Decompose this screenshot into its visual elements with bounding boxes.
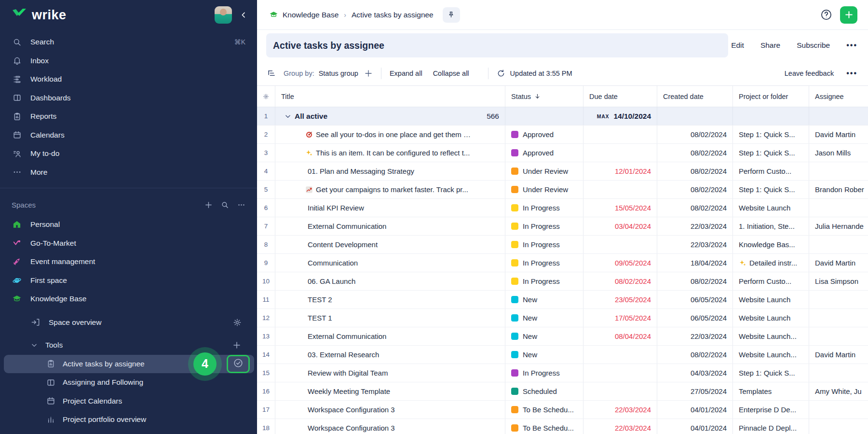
due-date-cell[interactable] xyxy=(583,346,657,364)
created-date-cell[interactable]: 08/02/2024 xyxy=(657,126,733,143)
created-date-cell[interactable]: 22/03/2024 xyxy=(657,217,733,235)
status-cell[interactable]: In Progress xyxy=(505,199,583,217)
status-cell[interactable]: To Be Schedu... xyxy=(505,419,583,434)
due-date-cell[interactable]: 15/05/2024 xyxy=(583,199,657,217)
group-row-all-active[interactable]: 1 All active 566 MAX 14/10/2024 xyxy=(257,107,868,126)
due-date-cell[interactable]: 08/02/2024 xyxy=(583,272,657,290)
created-date-cell[interactable]: 04/01/2024 xyxy=(657,419,733,434)
created-date-cell[interactable]: 08/02/2024 xyxy=(657,162,733,180)
task-row[interactable]: 17 Workspace Configuration 3 To Be Sched… xyxy=(257,401,868,419)
sidebar-item-dashboards[interactable]: Dashboards xyxy=(0,89,257,108)
created-date-cell[interactable]: 22/03/2024 xyxy=(657,327,733,345)
created-date-cell[interactable]: 18/04/2024 xyxy=(657,254,733,272)
created-date-cell[interactable]: 08/02/2024 xyxy=(657,272,733,290)
assignee-cell[interactable] xyxy=(809,364,868,382)
project-cell[interactable]: Step 1: Quick S... xyxy=(733,181,809,198)
sidebar-space-go-to-market[interactable]: Go-To-Market xyxy=(0,234,257,253)
task-title-cell[interactable]: Weekly Meeting Template xyxy=(275,382,505,400)
column-header-assignee[interactable]: Assignee xyxy=(809,86,868,107)
created-date-cell[interactable]: 06/05/2024 xyxy=(657,309,733,327)
assignee-cell[interactable] xyxy=(809,419,868,434)
status-cell[interactable]: New xyxy=(505,327,583,345)
project-cell[interactable]: 1. Initiation, Ste... xyxy=(733,217,809,235)
project-cell[interactable]: Step 1: Quick S... xyxy=(733,364,809,382)
assignee-cell[interactable]: David Martin xyxy=(809,254,868,272)
sidebar-tool-assigning-and-following[interactable]: Assigning and Following xyxy=(0,373,257,392)
due-date-cell[interactable]: 22/03/2024 xyxy=(583,419,657,434)
report-title-input[interactable]: Active tasks by assignee xyxy=(266,33,728,57)
task-row[interactable]: 15 Review with Digital Team In Progress … xyxy=(257,364,868,382)
task-row[interactable]: 13 External Communication New 08/04/2024… xyxy=(257,327,868,346)
project-cell[interactable]: Website Launch xyxy=(733,291,809,308)
due-date-cell[interactable] xyxy=(583,236,657,253)
due-date-cell[interactable] xyxy=(583,181,657,198)
task-row[interactable]: 4 01. Plan and Messaging Strategy Under … xyxy=(257,162,868,181)
task-title-cell[interactable]: TEST 2 xyxy=(275,291,505,308)
project-cell[interactable]: Step 1: Quick S... xyxy=(733,126,809,143)
assignee-cell[interactable] xyxy=(809,199,868,217)
column-header-created-date[interactable]: Created date xyxy=(657,86,733,107)
expand-all-button[interactable]: Expand all xyxy=(390,70,422,77)
project-cell[interactable]: Website Launch... xyxy=(733,346,809,364)
created-date-cell[interactable]: 08/02/2024 xyxy=(657,181,733,198)
title-more-icon[interactable]: ••• xyxy=(846,41,857,50)
created-date-cell[interactable]: 06/05/2024 xyxy=(657,291,733,308)
due-date-cell[interactable] xyxy=(583,126,657,143)
edit-button[interactable]: Edit xyxy=(731,41,744,50)
sidebar-item-more[interactable]: More xyxy=(0,163,257,182)
status-cell[interactable]: Approved xyxy=(505,144,583,162)
column-header-title[interactable]: Title xyxy=(275,86,505,107)
project-cell[interactable]: Website Launch xyxy=(733,199,809,217)
column-header-status[interactable]: Status xyxy=(505,86,583,107)
status-cell[interactable]: In Progress xyxy=(505,272,583,290)
refresh-icon[interactable] xyxy=(497,69,505,78)
assignee-cell[interactable]: Lisa Simpson xyxy=(809,272,868,290)
task-title-cell[interactable]: See all your to-dos in one place and get… xyxy=(275,126,505,143)
status-cell[interactable]: In Progress xyxy=(505,217,583,235)
project-cell[interactable]: Detailed instr... xyxy=(733,254,809,272)
created-date-cell[interactable]: 08/02/2024 xyxy=(657,199,733,217)
task-title-cell[interactable]: Workspace Configuration 3 xyxy=(275,419,505,434)
assignee-cell[interactable]: Brandon Rober xyxy=(809,181,868,198)
status-cell[interactable]: In Progress xyxy=(505,364,583,382)
task-title-cell[interactable]: 03. External Research xyxy=(275,346,505,364)
toolbar-more-icon[interactable]: ••• xyxy=(846,69,857,78)
user-avatar[interactable] xyxy=(215,6,232,24)
pin-icon[interactable] xyxy=(443,7,460,23)
assignee-cell[interactable] xyxy=(809,327,868,345)
add-space-icon[interactable] xyxy=(204,201,213,209)
assignee-cell[interactable]: David Martin xyxy=(809,126,868,143)
sidebar-item-calendars[interactable]: Calendars xyxy=(0,126,257,145)
tools-chevron-down-icon[interactable] xyxy=(31,342,38,349)
create-new-button[interactable] xyxy=(840,6,857,24)
collapse-all-button[interactable]: Collapse all xyxy=(433,70,469,77)
assignee-cell[interactable] xyxy=(809,236,868,253)
created-date-cell[interactable]: 08/02/2024 xyxy=(657,346,733,364)
task-row[interactable]: 9 Communication In Progress 09/05/2024 1… xyxy=(257,254,868,272)
task-title-cell[interactable]: 01. Plan and Messaging Strategy xyxy=(275,162,505,180)
project-cell[interactable]: Templates xyxy=(733,382,809,400)
column-header-project[interactable]: Project or folder xyxy=(733,86,809,107)
task-row[interactable]: 11 TEST 2 New 23/05/2024 06/05/2024 Webs… xyxy=(257,291,868,309)
task-title-cell[interactable]: TEST 1 xyxy=(275,309,505,327)
sidebar-item-inbox[interactable]: Inbox xyxy=(0,52,257,70)
task-title-cell[interactable]: Initial KPI Review xyxy=(275,199,505,217)
group-by-value[interactable]: Status group xyxy=(319,70,358,77)
task-row[interactable]: 5 Get your campaigns to market faster. T… xyxy=(257,181,868,199)
task-row[interactable]: 8 Content Development In Progress 22/03/… xyxy=(257,236,868,254)
task-title-cell[interactable]: External Communication xyxy=(275,327,505,345)
sidebar-tool-active-tasks-by-assignee[interactable]: Active tasks by assignee 4 xyxy=(4,355,254,374)
mark-complete-annotated-button[interactable] xyxy=(227,355,250,373)
task-row[interactable]: 3 This is an item. It can be configured … xyxy=(257,144,868,162)
task-title-cell[interactable]: This is an item. It can be configured to… xyxy=(275,144,505,162)
created-date-cell[interactable]: 22/03/2024 xyxy=(657,236,733,253)
sidebar-space-knowledge-base[interactable]: Knowledge Base xyxy=(0,290,257,308)
assignee-cell[interactable] xyxy=(809,401,868,419)
spaces-more-icon[interactable] xyxy=(237,201,245,209)
sidebar-tool-project-calendars[interactable]: Project Calendars xyxy=(0,392,257,411)
task-row[interactable]: 16 Weekly Meeting Template Scheduled 27/… xyxy=(257,382,868,401)
share-button[interactable]: Share xyxy=(760,41,780,50)
breadcrumb-space-link[interactable]: Knowledge Base xyxy=(283,11,339,19)
task-row[interactable]: 14 03. External Research New 08/02/2024 … xyxy=(257,346,868,364)
sidebar-space-personal[interactable]: Personal xyxy=(0,215,257,234)
